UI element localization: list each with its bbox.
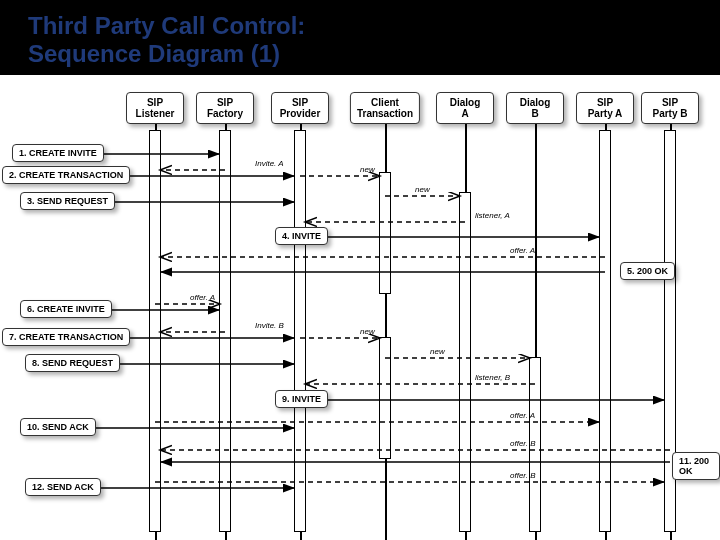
label-offer-b-1: offer. B [510, 439, 536, 448]
step-2: 2. CREATE TRANSACTION [2, 166, 130, 184]
label-new-4: new [430, 347, 445, 356]
sequence-diagram: SIPListener SIPFactory SIPProvider Clien… [0, 92, 720, 540]
step-10: 10. SEND ACK [20, 418, 96, 436]
title-line-2: Sequence Diagram (1) [28, 40, 692, 68]
label-invite-a: Invite. A [255, 159, 284, 168]
step-7: 7. CREATE TRANSACTION [2, 328, 130, 346]
label-new-2: new [415, 185, 430, 194]
label-new-3: new [360, 327, 375, 336]
label-offer-a-2: offer. A [190, 293, 215, 302]
step-12: 12. SEND ACK [25, 478, 101, 496]
label-new-1: new [360, 165, 375, 174]
step-6: 6. CREATE INVITE [20, 300, 112, 318]
step-4: 4. INVITE [275, 227, 328, 245]
step-1: 1. CREATE INVITE [12, 144, 104, 162]
step-5: 5. 200 OK [620, 262, 675, 280]
label-offer-a-1: offer. A [510, 246, 535, 255]
label-offer-a-3: offer. A [510, 411, 535, 420]
label-listener-a: listener, A [475, 211, 510, 220]
label-offer-b-2: offer. B [510, 471, 536, 480]
step-8: 8. SEND REQUEST [25, 354, 120, 372]
title-bar: Third Party Call Control: Sequence Diagr… [0, 0, 720, 75]
title-line-1: Third Party Call Control: [28, 12, 692, 40]
label-invite-b: Invite. B [255, 321, 284, 330]
step-3: 3. SEND REQUEST [20, 192, 115, 210]
label-listener-b: listener, B [475, 373, 510, 382]
step-11: 11. 200 OK [672, 452, 720, 480]
step-9: 9. INVITE [275, 390, 328, 408]
